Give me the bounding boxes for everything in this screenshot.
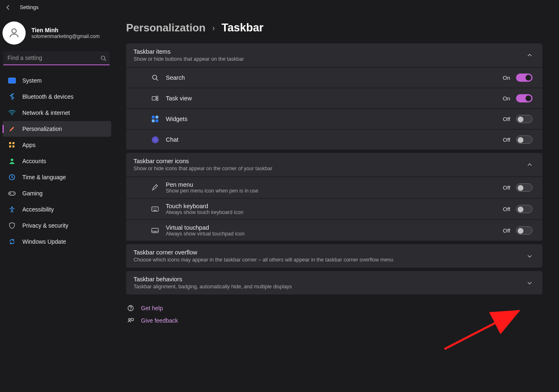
svg-point-14 (153, 75, 157, 79)
section-title: Taskbar items (134, 48, 244, 55)
nav-label: Privacy & security (22, 222, 68, 229)
section-corner-icons: Taskbar corner icons Show or hide icons … (126, 153, 542, 241)
row-chat: Chat Off (126, 129, 542, 150)
help-icon (127, 304, 134, 312)
user-name: Tien Minh (31, 27, 100, 33)
nav-label: Windows Update (22, 238, 66, 245)
taskbar-items-header[interactable]: Taskbar items Show or hide buttons that … (126, 43, 542, 67)
svg-rect-26 (131, 318, 134, 321)
section-title: Taskbar corner icons (134, 158, 272, 164)
back-button[interactable] (3, 2, 13, 12)
toggle-state: Off (503, 116, 510, 122)
section-taskbar-items: Taskbar items Show or hide buttons that … (126, 43, 542, 150)
breadcrumb: Personalization › Taskbar (126, 21, 542, 34)
corner-overflow-header[interactable]: Taskbar corner overflow Choose which ico… (126, 244, 542, 268)
section-corner-overflow: Taskbar corner overflow Choose which ico… (126, 244, 542, 268)
section-title: Taskbar corner overflow (134, 249, 393, 256)
svg-point-12 (14, 193, 15, 194)
toggle-chat[interactable] (516, 135, 533, 144)
chevron-down-icon (527, 280, 533, 286)
nav-label: Accounts (22, 158, 46, 164)
nav-label: System (22, 77, 42, 84)
back-arrow-icon (5, 5, 11, 10)
toggle-pen-menu[interactable] (516, 183, 533, 192)
nav-gaming[interactable]: Gaming (2, 185, 111, 201)
chevron-right-icon: › (212, 23, 215, 33)
row-pen-menu: Pen menu Show pen menu icon when pen is … (126, 176, 542, 198)
nav-privacy[interactable]: Privacy & security (2, 218, 111, 233)
svg-point-24 (130, 309, 131, 310)
row-label: Pen menu (166, 181, 258, 188)
search-field[interactable] (3, 51, 110, 65)
chevron-down-icon (527, 253, 533, 259)
nav-label: Network & internet (22, 109, 70, 116)
update-icon (8, 238, 16, 245)
svg-rect-6 (9, 145, 11, 147)
corner-icons-header[interactable]: Taskbar corner icons Show or hide icons … (126, 153, 542, 176)
toggle-touch-keyboard[interactable] (516, 205, 533, 213)
svg-rect-5 (12, 142, 14, 144)
toggle-state: Off (503, 185, 510, 191)
accounts-icon (8, 157, 16, 165)
row-label: Task view (166, 95, 192, 102)
nav-accounts[interactable]: Accounts (2, 153, 111, 169)
toggle-state: On (503, 95, 510, 102)
svg-point-0 (12, 29, 17, 33)
shield-icon (8, 222, 16, 229)
task-view-icon (151, 94, 159, 102)
toggle-search[interactable] (516, 74, 533, 82)
svg-point-11 (13, 192, 14, 193)
nav-network[interactable]: Network & internet (2, 105, 111, 121)
row-label: Widgets (166, 116, 187, 122)
nav-bluetooth[interactable]: Bluetooth & devices (2, 89, 111, 105)
row-widgets: Widgets Off (126, 108, 542, 129)
give-feedback-link[interactable]: Give feedback (127, 317, 542, 324)
row-sublabel: Always show virtual touchpad icon (166, 231, 244, 237)
breadcrumb-parent[interactable]: Personalization (126, 21, 205, 34)
nav-update[interactable]: Windows Update (2, 234, 111, 249)
nav-label: Gaming (22, 190, 43, 197)
search-icon (151, 74, 159, 82)
row-sublabel: Show pen menu icon when pen is in use (166, 188, 258, 194)
svg-line-2 (105, 59, 106, 61)
section-subtitle: Taskbar alignment, badging, automaticall… (134, 284, 292, 290)
toggle-widgets[interactable] (516, 115, 533, 123)
svg-point-25 (129, 318, 130, 320)
feedback-icon (127, 317, 134, 324)
taskbar-behaviors-header[interactable]: Taskbar behaviors Taskbar alignment, bad… (126, 271, 542, 295)
nav-system[interactable]: System (2, 73, 111, 88)
nav-accessibility[interactable]: Accessibility (2, 202, 111, 217)
paint-icon (8, 125, 16, 133)
toggle-virtual-touchpad[interactable] (516, 226, 533, 235)
toggle-state: Off (503, 228, 510, 234)
row-touch-keyboard: Touch keyboard Always show touch keyboar… (126, 198, 542, 219)
section-subtitle: Choose which icons may appear in the tas… (134, 257, 393, 263)
link-label: Give feedback (141, 317, 178, 324)
accessibility-icon (8, 206, 16, 213)
sidebar: Tien Minh solomenmarketing@gmail.com Sys… (0, 14, 114, 392)
page-title: Taskbar (222, 21, 264, 34)
row-sublabel: Always show touch keyboard icon (166, 209, 244, 215)
svg-rect-7 (12, 145, 14, 147)
nav-personalization[interactable]: Personalization (2, 121, 111, 137)
row-label: Chat (166, 136, 179, 143)
apps-icon (8, 141, 16, 149)
chevron-up-icon (527, 162, 533, 168)
avatar (2, 21, 26, 45)
keyboard-icon (151, 205, 159, 213)
user-profile[interactable]: Tien Minh solomenmarketing@gmail.com (2, 17, 111, 51)
section-taskbar-behaviors: Taskbar behaviors Taskbar alignment, bad… (126, 271, 542, 295)
toggle-state: Off (503, 206, 510, 212)
svg-point-13 (11, 207, 13, 208)
app-title: Settings (20, 5, 38, 10)
get-help-link[interactable]: Get help (127, 304, 542, 312)
toggle-task-view[interactable] (516, 94, 533, 102)
row-task-view: Task view On (126, 88, 542, 108)
section-subtitle: Show or hide icons that appear on the co… (134, 166, 272, 171)
row-label: Virtual touchpad (166, 224, 244, 231)
clock-icon (8, 173, 16, 181)
nav-time[interactable]: Time & language (2, 169, 111, 185)
svg-rect-18 (157, 99, 158, 100)
nav-apps[interactable]: Apps (2, 137, 111, 153)
search-input[interactable] (3, 51, 110, 65)
